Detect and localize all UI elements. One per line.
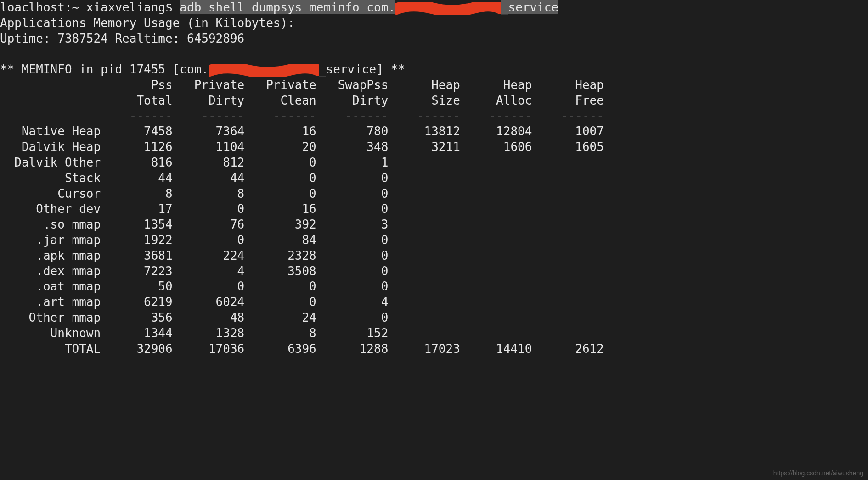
table-row: Native Heap 7458 7364 16 780 13812 12804…: [0, 124, 604, 138]
table-row: Stack 44 44 0 0: [0, 171, 604, 185]
command-suffix: _service: [501, 0, 558, 14]
redaction-mark: [209, 64, 319, 77]
table-row: .oat mmap 50 0 0 0: [0, 279, 604, 293]
table-row: Unknown 1344 1328 8 152: [0, 326, 604, 340]
table-row: Cursor 8 8 0 0: [0, 187, 604, 201]
meminfo-header: ** MEMINFO in pid 17455 [com.: [0, 62, 209, 76]
table-row: .dex mmap 7223 4 3508 0: [0, 264, 604, 278]
table-row: Other mmap 356 48 24 0: [0, 311, 604, 324]
divider-row: ------ ------ ------ ------ ------ -----…: [0, 109, 604, 123]
col-header-2: Total Dirty Clean Dirty Size Alloc Free: [0, 94, 604, 107]
table-row: Dalvik Heap 1126 1104 20 348 3211 1606 1…: [0, 140, 604, 154]
table-row: Other dev 17 0 16 0: [0, 202, 604, 216]
meminfo-header-suffix: _service] **: [319, 62, 405, 76]
uptime-line: Uptime: 7387524 Realtime: 64592896: [0, 32, 244, 45]
table-row: .jar mmap 1922 0 84 0: [0, 233, 604, 247]
mem-usage-header: Applications Memory Usage (in Kilobytes)…: [0, 16, 295, 30]
table-row: TOTAL 32906 17036 6396 1288 17023 14410 …: [0, 342, 604, 356]
col-header-1: Pss Private Private SwapPss Heap Heap He…: [0, 78, 604, 92]
table-row: Dalvik Other 816 812 0 1: [0, 156, 604, 169]
table-row: .so mmap 1354 76 392 3: [0, 218, 604, 231]
redaction-mark: [395, 2, 501, 15]
terminal-output[interactable]: loaclhost:~ xiaxveliang$ adb shell dumps…: [0, 0, 868, 357]
table-row: .apk mmap 3681 224 2328 0: [0, 249, 604, 262]
shell-prompt: loaclhost:~ xiaxveliang$: [0, 0, 180, 14]
watermark: https://blog.csdn.net/aiwusheng: [773, 469, 863, 477]
table-row: .art mmap 6219 6024 0 4: [0, 295, 604, 309]
command-text: adb shell dumpsys meminfo com.: [180, 0, 395, 14]
